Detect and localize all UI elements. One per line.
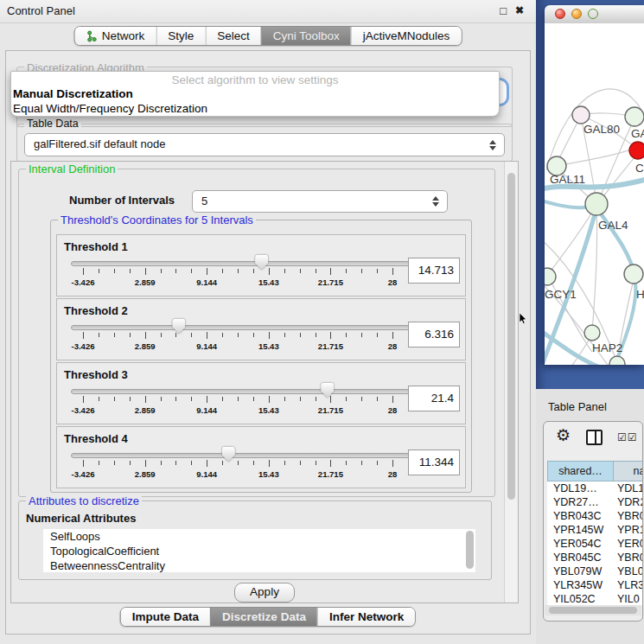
- slider-tick-label: 15.43: [258, 469, 279, 479]
- threshold-label: Threshold 3: [64, 368, 128, 381]
- table-row[interactable]: YDR27…YDR2: [547, 495, 643, 509]
- slider-tick: [300, 269, 301, 273]
- algorithm-option-equal-width[interactable]: Equal Width/Frequency Discretization: [11, 101, 499, 116]
- table-data-value: galFiltered.sif default node: [34, 134, 165, 155]
- table-cell-shared: YER054C: [547, 537, 614, 551]
- list-scrollbar-thumb[interactable]: [466, 531, 474, 569]
- table-rows: YDL19…YDL1YDR27…YDR2YBR043CYBR0YPR145WYP…: [547, 481, 643, 606]
- slider-track[interactable]: [71, 453, 410, 458]
- table-row[interactable]: YLR345WYLR3: [547, 578, 643, 592]
- network-node-HAP2[interactable]: [584, 325, 600, 341]
- column-header-shared[interactable]: shared…: [547, 461, 614, 481]
- slider-tick: [145, 396, 146, 403]
- table-row[interactable]: YBR045CYBR0: [547, 551, 643, 564]
- interval-definition-group: Interval Definition Number of Intervals …: [18, 169, 495, 497]
- slider-tick: [361, 333, 362, 337]
- close-traffic-light-icon[interactable]: [555, 9, 565, 19]
- tab-select[interactable]: Select: [205, 27, 261, 45]
- slider-track[interactable]: [71, 389, 410, 394]
- threshold-slider[interactable]: -3.4262.8599.14415.4321.71528: [71, 450, 410, 484]
- slider-tick-label: 15.43: [258, 341, 279, 351]
- table-cell-shared: YDL19…: [547, 481, 614, 495]
- tab-network[interactable]: Network: [75, 27, 156, 45]
- table-row[interactable]: YBL079WYBL0: [547, 564, 643, 578]
- tab-cyni-toolbox-label: Cyni Toolbox: [273, 29, 340, 42]
- network-node-node-upper[interactable]: [625, 107, 644, 126]
- network-node-node-right[interactable]: [624, 265, 643, 284]
- slider-tick: [191, 461, 192, 465]
- split-columns-icon[interactable]: [586, 430, 603, 445]
- network-icon: [86, 30, 98, 42]
- slider-tick: [346, 269, 347, 273]
- table-row[interactable]: YBR043CYBR0: [547, 509, 643, 523]
- table-cell-name: YER0: [614, 537, 643, 551]
- tab-network-label: Network: [102, 29, 145, 42]
- threshold-slider[interactable]: -3.4262.8599.14415.4321.71528: [71, 386, 410, 420]
- table-cell-shared: YBL079W: [547, 564, 614, 578]
- network-window-titlebar[interactable]: [545, 5, 644, 24]
- tab-infer-network[interactable]: Infer Network: [317, 608, 415, 626]
- slider-tick: [130, 461, 131, 465]
- slider-tick-label: 15.43: [258, 277, 279, 287]
- settings-scroll-viewport: Interval Definition Number of Intervals …: [10, 161, 519, 603]
- tab-style[interactable]: Style: [156, 27, 205, 45]
- slider-tick: [330, 332, 331, 339]
- tab-cyni-toolbox[interactable]: Cyni Toolbox: [261, 27, 351, 45]
- slider-tick: [253, 461, 254, 465]
- tab-impute-data[interactable]: Impute Data: [121, 608, 210, 626]
- table-row[interactable]: YDL19…YDL1: [547, 481, 643, 495]
- table-cell-shared: YBR043C: [547, 509, 614, 523]
- apply-button[interactable]: Apply: [234, 583, 295, 603]
- gear-icon[interactable]: ⚙: [556, 427, 571, 444]
- slider-thumb[interactable]: [222, 447, 235, 462]
- slider-tick: [253, 333, 254, 337]
- table-row[interactable]: YER054CYER0: [547, 537, 643, 551]
- checkbox-icons[interactable]: ☑☑: [617, 431, 638, 443]
- network-node-label: H: [636, 288, 644, 301]
- network-node-GAL4[interactable]: [585, 193, 608, 215]
- attribute-list-item[interactable]: SelfLoops: [43, 529, 475, 544]
- minimize-traffic-light-icon[interactable]: [571, 9, 582, 19]
- threshold-value-field[interactable]: 14.713: [408, 258, 460, 284]
- threshold-value-field[interactable]: 6.316: [408, 322, 460, 348]
- slider-thumb[interactable]: [255, 255, 268, 270]
- network-node-GCY1[interactable]: [545, 268, 556, 285]
- threshold-slider[interactable]: -3.4262.8599.14415.4321.71528: [71, 322, 410, 356]
- settings-vertical-scrollbar[interactable]: [504, 162, 518, 603]
- slider-tick-label: 21.715: [318, 405, 343, 415]
- network-node-GAL80[interactable]: [572, 106, 590, 124]
- network-node-node-bottom[interactable]: [609, 356, 625, 365]
- table-data-combobox[interactable]: galFiltered.sif default node: [24, 133, 505, 156]
- threshold-value-field[interactable]: 21.4: [408, 386, 460, 411]
- table-panel: Table Panel ⚙ ☑☑ shared… na YDL19…YDL1YD…: [536, 389, 644, 644]
- attribute-list-item[interactable]: BetweennessCentrality: [43, 558, 475, 572]
- slider-thumb[interactable]: [321, 383, 334, 398]
- float-window-icon[interactable]: □: [500, 4, 507, 17]
- threshold-row: Threshold 4-3.4262.8599.14415.4321.71528…: [56, 426, 466, 488]
- tab-discretize-data-label: Discretize Data: [222, 610, 306, 623]
- column-header-name[interactable]: na: [614, 461, 643, 481]
- tab-jactivemnodules[interactable]: jActiveMNodules: [351, 27, 462, 45]
- network-node-label: GAL80: [583, 123, 620, 136]
- network-canvas[interactable]: GAL80GACGAL11GAL4GCY1HHAP2: [545, 23, 644, 365]
- combo-stepper-icon: [489, 140, 496, 150]
- attribute-list-item[interactable]: TopologicalCoefficient: [43, 544, 475, 558]
- zoom-traffic-light-icon[interactable]: [588, 9, 598, 19]
- numerical-attributes-list[interactable]: SelfLoopsTopologicalCoefficientBetweenne…: [43, 529, 475, 572]
- close-window-icon[interactable]: ✖: [515, 4, 524, 16]
- algorithm-option-manual[interactable]: Manual Discretization: [11, 86, 499, 101]
- slider-tick: [330, 460, 331, 467]
- slider-track[interactable]: [71, 325, 410, 330]
- threshold-value-field[interactable]: 11.344: [408, 450, 460, 475]
- network-node-node-red[interactable]: [629, 142, 644, 159]
- tab-discretize-data[interactable]: Discretize Data: [210, 608, 317, 626]
- scrollbar-thumb[interactable]: [507, 173, 515, 500]
- scrollbar-thumb[interactable]: [549, 607, 637, 614]
- threshold-slider[interactable]: -3.4262.8599.14415.4321.71528: [71, 258, 410, 292]
- number-of-intervals-combobox[interactable]: 5: [192, 190, 448, 213]
- slider-thumb[interactable]: [172, 319, 185, 334]
- table-row[interactable]: YIL052CYIL0: [547, 592, 643, 606]
- slider-track[interactable]: [71, 261, 410, 266]
- table-horizontal-scrollbar[interactable]: [545, 605, 641, 615]
- table-row[interactable]: YPR145WYPR1: [547, 523, 643, 537]
